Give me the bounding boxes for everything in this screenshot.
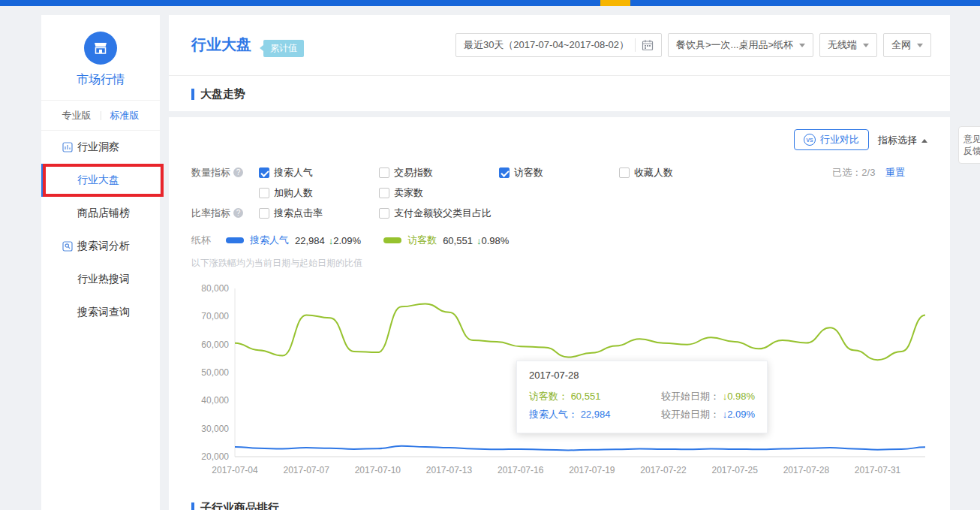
- legend-series-value: 60,551: [443, 235, 473, 246]
- section-title: 大盘走势: [200, 87, 245, 101]
- sidebar-item-label: 搜索词查询: [77, 306, 130, 319]
- industry-compare-button[interactable]: vs 行业对比: [794, 129, 869, 150]
- svg-text:20,000: 20,000: [201, 451, 229, 462]
- svg-text:2017-07-31: 2017-07-31: [855, 465, 901, 475]
- selected-count: 已选：2/3: [832, 167, 875, 178]
- metric-select-label: 指标选择: [878, 134, 917, 147]
- help-icon[interactable]: [233, 208, 243, 218]
- legend-category: 纸杯: [191, 234, 211, 247]
- svg-text:2017-07-13: 2017-07-13: [426, 465, 473, 475]
- svg-text:40,000: 40,000: [201, 395, 229, 406]
- sidebar-item-hot-search-terms[interactable]: 行业热搜词: [41, 263, 160, 296]
- sidebar-item-search-term-query[interactable]: 搜索词查询: [41, 296, 160, 329]
- quantity-metrics-row-2: 加购人数 卖家数: [191, 183, 739, 203]
- checkbox: [259, 167, 269, 178]
- section-marker: [191, 89, 194, 100]
- legend-series-name[interactable]: 访客数: [407, 234, 437, 247]
- tab-standard[interactable]: 标准版: [110, 109, 140, 122]
- quantity-metrics-label: 数量指标: [191, 166, 259, 180]
- legend-series-delta: 2.09%: [333, 235, 361, 246]
- terminal-filter[interactable]: 无线端: [819, 33, 877, 57]
- metric-checkbox-search-ctr[interactable]: 搜索点击率: [259, 207, 379, 220]
- chart-tooltip: 2017-07-28 访客数： 60,551 较开始日期： ↓0.98% 搜索人…: [516, 361, 768, 433]
- sidebar-item-label: 行业大盘: [77, 174, 119, 187]
- trend-chart[interactable]: 20,00030,00040,00050,00060,00070,00080,0…: [190, 276, 933, 487]
- shop-icon: [92, 40, 109, 56]
- sidebar-item-product-shop-ranking[interactable]: 商品店铺榜: [41, 197, 160, 230]
- svg-text:2017-07-25: 2017-07-25: [712, 465, 759, 475]
- svg-text:50,000: 50,000: [201, 367, 229, 378]
- svg-text:2017-07-19: 2017-07-19: [569, 465, 615, 475]
- svg-text:60,000: 60,000: [201, 339, 229, 350]
- metric-select-toggle[interactable]: 指标选择: [878, 134, 927, 147]
- scope-filter[interactable]: 全网: [883, 33, 931, 57]
- ratio-metrics-label: 比率指标: [191, 207, 259, 220]
- legend-series-name[interactable]: 搜索人气: [250, 234, 289, 247]
- reset-link[interactable]: 重置: [885, 167, 905, 178]
- chevron-down-icon: [799, 44, 805, 47]
- metric-checkbox-cart-adds[interactable]: 加购人数: [259, 186, 379, 200]
- metric-checkbox-visitors[interactable]: 访客数: [499, 166, 619, 180]
- checkbox: [259, 208, 269, 219]
- scope-filter-label: 全网: [891, 38, 911, 52]
- filter-bar: 最近30天（2017-07-04~2017-08-02） 餐饮具>一次...桌用…: [455, 33, 931, 57]
- sidebar-item-label: 行业洞察: [77, 140, 119, 154]
- tab-divider: [101, 111, 101, 120]
- svg-text:2017-07-04: 2017-07-04: [212, 465, 258, 475]
- sidebar-item-label: 行业热搜词: [77, 273, 130, 286]
- checkbox: [619, 167, 630, 178]
- svg-text:70,000: 70,000: [201, 311, 229, 321]
- svg-text:2017-07-07: 2017-07-07: [283, 465, 329, 475]
- selection-summary: 已选：2/3 重置: [832, 166, 905, 180]
- tab-professional[interactable]: 专业版: [62, 109, 92, 122]
- metric-checkbox-sellers[interactable]: 卖家数: [379, 186, 499, 200]
- top-nav-active-indicator: [600, 0, 630, 6]
- ratio-metrics-row: 比率指标 搜索点击率 支付金额较父类目占比: [191, 203, 739, 223]
- section-title: 子行业商品排行: [200, 501, 279, 510]
- tooltip-date: 2017-07-28: [529, 370, 755, 381]
- quantity-metrics-row-1: 数量指标 搜索人气 交易指数 访客数 收藏人数: [191, 162, 739, 183]
- compare-button-label: 行业对比: [820, 133, 859, 146]
- trend-content: vs 行业对比 指标选择 已选：2/3 重置 数量指标 搜索人气 交易指数: [169, 117, 950, 510]
- version-tabs: 专业版 标准版: [41, 101, 160, 131]
- svg-text:80,000: 80,000: [201, 283, 229, 294]
- top-navigation-bar: [0, 0, 980, 6]
- svg-text:30,000: 30,000: [201, 424, 229, 434]
- cumulative-value-badge: 累计值: [263, 40, 304, 57]
- date-range-selector[interactable]: 最近30天（2017-07-04~2017-08-02）: [455, 33, 662, 57]
- sidebar: 市场行情 专业版 标准版 行业洞察 行业大盘 商品店铺榜: [41, 15, 160, 510]
- section-marker: [191, 502, 194, 510]
- terminal-filter-label: 无线端: [828, 38, 857, 52]
- sidebar-item-label: 搜索词分析: [77, 240, 130, 253]
- svg-text:2017-07-28: 2017-07-28: [783, 465, 830, 475]
- metric-checkbox-transaction-index[interactable]: 交易指数: [379, 166, 499, 180]
- legend-series-value: 22,984: [295, 235, 325, 246]
- feedback-tab[interactable]: 意见反馈: [958, 126, 980, 164]
- search-analysis-icon: [62, 241, 73, 252]
- category-filter-label: 餐饮具>一次...桌用品>纸杯: [676, 38, 793, 52]
- sidebar-item-industry-insight[interactable]: 行业洞察: [41, 131, 160, 164]
- legend-line-green-icon: [383, 237, 401, 243]
- metric-checkbox-favorites[interactable]: 收藏人数: [619, 166, 739, 180]
- metric-checkbox-payment-ratio[interactable]: 支付金额较父类目占比: [379, 207, 567, 220]
- checkbox: [379, 167, 389, 178]
- app-title: 市场行情: [41, 72, 160, 101]
- help-icon[interactable]: [233, 167, 243, 177]
- legend-series-delta: 0.98%: [481, 235, 509, 246]
- chevron-down-icon: [863, 44, 869, 47]
- section-header-ranking: 子行业商品排行: [191, 501, 279, 510]
- chart-legend: 纸杯 搜索人气 22,984 2.09% 访客数 60,551 0.98%: [191, 234, 531, 247]
- industry-insight-icon: [62, 142, 73, 152]
- checkbox: [499, 167, 510, 178]
- metric-checkbox-search-popularity[interactable]: 搜索人气: [259, 166, 379, 180]
- sidebar-item-search-term-analysis[interactable]: 搜索词分析: [41, 230, 160, 263]
- checkbox: [259, 188, 269, 198]
- sidebar-item-industry-dashboard[interactable]: 行业大盘: [41, 164, 160, 197]
- section-header-trend: 大盘走势: [191, 87, 245, 101]
- chevron-down-icon: [917, 44, 923, 47]
- page-title: 行业大盘: [191, 35, 251, 55]
- calendar-icon: [642, 39, 654, 51]
- svg-text:2017-07-22: 2017-07-22: [640, 465, 687, 475]
- svg-text:2017-07-16: 2017-07-16: [498, 465, 544, 475]
- category-filter[interactable]: 餐饮具>一次...桌用品>纸杯: [668, 33, 813, 57]
